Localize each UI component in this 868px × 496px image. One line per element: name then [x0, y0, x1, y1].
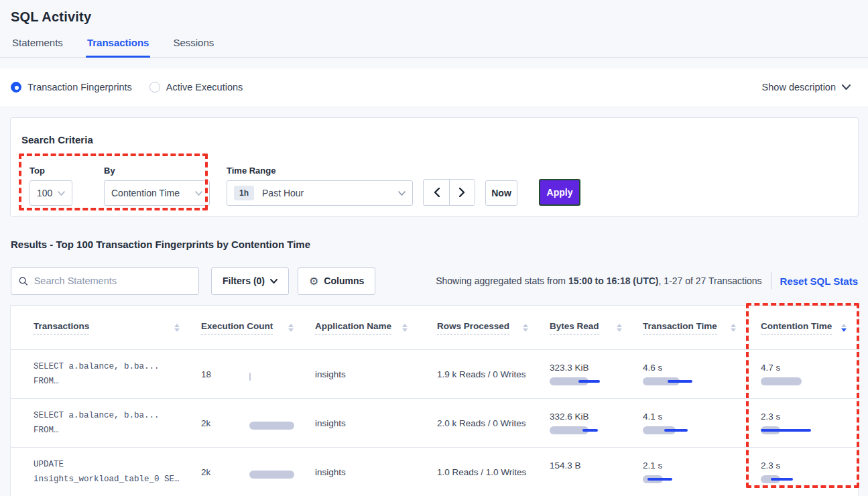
sort-icon[interactable] — [523, 324, 528, 332]
time-range-next-button[interactable] — [449, 180, 475, 205]
column-header-contention-time[interactable]: Contention Time — [748, 321, 859, 334]
bar-gray — [249, 471, 294, 479]
transaction-time-value: 4.6 s — [643, 363, 748, 373]
bar-line-blue — [761, 429, 811, 432]
tab-sessions[interactable]: Sessions — [172, 37, 215, 57]
apply-button[interactable]: Apply — [539, 179, 580, 206]
column-header-transaction-time[interactable]: Transaction Time — [634, 321, 748, 334]
execution-count-bar — [249, 422, 303, 430]
columns-button[interactable]: ⚙ Columns — [298, 267, 375, 295]
chevron-down-icon — [398, 191, 406, 196]
tab-statements[interactable]: Statements — [11, 37, 64, 57]
bytes-read-bar — [550, 475, 603, 483]
sort-icon[interactable] — [174, 324, 180, 332]
tab-transactions[interactable]: Transactions — [86, 37, 151, 57]
page-title: SQL Activity — [0, 0, 868, 27]
statement-line2: FROM… — [34, 423, 192, 438]
execution-count-value: 2k — [201, 418, 249, 428]
table-controls-row: Filters (0) ⚙ Columns Showing aggregated… — [11, 267, 859, 295]
sort-icon[interactable] — [288, 324, 294, 332]
application-name-cell: insights — [306, 418, 420, 428]
table-row[interactable]: SELECT a.balance, b.ba...FROM…18insights… — [11, 349, 858, 398]
radio-label: Transaction Fingerprints — [27, 82, 132, 92]
bytes-read-cell: 332.6 KiB — [540, 412, 634, 434]
radio-active-executions[interactable]: Active Executions — [149, 82, 243, 92]
top-select-value: 100 — [37, 188, 52, 198]
by-label: By — [104, 166, 210, 176]
transaction-statement-link[interactable]: SELECT a.balance, b.ba...FROM… — [24, 408, 192, 438]
transaction-statement-link[interactable]: UPDATEinsights_workload_table_0 SE… — [24, 457, 192, 487]
column-header-transactions[interactable]: Transactions — [24, 321, 192, 334]
statement-line1: UPDATE — [34, 457, 192, 472]
search-statements-input[interactable] — [34, 275, 191, 286]
now-button[interactable]: Now — [485, 180, 517, 206]
column-header-label: Contention Time — [761, 321, 832, 334]
bar-line-blue — [668, 380, 692, 383]
transaction-time-bar — [643, 426, 696, 434]
reset-sql-stats-link[interactable]: Reset SQL Stats — [780, 275, 859, 287]
chevron-left-icon — [434, 188, 440, 197]
application-name-value: insights — [315, 369, 346, 379]
contention-time-cell: 2.3 s — [748, 460, 859, 483]
top-select[interactable]: 100 — [29, 180, 72, 206]
sort-icon[interactable] — [731, 324, 736, 332]
statement-line2: FROM… — [34, 374, 192, 389]
column-header-label: Bytes Read — [550, 321, 599, 334]
bytes-read-bar — [550, 426, 603, 434]
transaction-time-cell: 4.6 s — [634, 363, 748, 385]
transaction-statement-link[interactable]: SELECT a.balance, b.ba...FROM… — [24, 359, 192, 389]
time-range-badge: 1h — [234, 186, 254, 200]
column-header-bytes-read[interactable]: Bytes Read — [540, 321, 634, 334]
divider — [771, 272, 771, 290]
transaction-time-bar — [643, 475, 696, 483]
radio-transaction-fingerprints[interactable]: Transaction Fingerprints — [11, 82, 132, 92]
chevron-down-icon — [58, 191, 65, 196]
bar-gray — [761, 377, 802, 385]
time-range-nav — [423, 179, 475, 206]
chevron-down-icon — [270, 279, 277, 284]
column-header-application-name[interactable]: Application Name — [306, 321, 420, 334]
bar-line-blue — [578, 380, 600, 383]
sort-icon[interactable] — [841, 324, 847, 332]
sort-icon[interactable] — [617, 324, 622, 332]
execution-count-cell: 18 — [192, 368, 306, 381]
contention-time-bar — [761, 475, 814, 483]
rows-processed-value: 2.0 k Reads / 0 Writes — [437, 418, 526, 428]
top-label: Top — [29, 166, 72, 176]
table-row[interactable]: SELECT a.balance, b.ba...FROM…2kinsights… — [11, 398, 858, 447]
bytes-read-cell: 154.3 B — [540, 460, 634, 483]
search-criteria-heading: Search Criteria — [21, 134, 847, 145]
execution-count-bar — [249, 471, 303, 479]
time-range-prev-button[interactable] — [424, 180, 449, 205]
transactions-table: TransactionsExecution CountApplication N… — [10, 305, 859, 496]
filters-label: Filters (0) — [223, 275, 265, 286]
time-range-select[interactable]: 1h Past Hour — [227, 180, 413, 206]
rows-processed-value: 1.9 k Reads / 0 Writes — [437, 369, 526, 379]
gear-icon: ⚙ — [309, 275, 318, 288]
sort-icon[interactable] — [402, 324, 408, 332]
application-name-value: insights — [315, 418, 346, 428]
column-header-execution-count[interactable]: Execution Count — [192, 321, 306, 334]
table-row[interactable]: UPDATEinsights_workload_table_0 SE…2kins… — [11, 447, 858, 496]
search-icon — [19, 276, 28, 286]
aggregated-stats-text: Showing aggregated stats from 15:00 to 1… — [436, 275, 761, 286]
application-name-cell: insights — [306, 467, 420, 477]
filters-button[interactable]: Filters (0) — [211, 267, 289, 295]
bar-line-blue — [664, 429, 688, 432]
contention-time-value: 2.3 s — [761, 412, 859, 422]
chevron-down-icon — [842, 84, 851, 90]
rows-processed-value: 1.0 Reads / 1.0 Writes — [437, 467, 526, 477]
application-name-value: insights — [315, 467, 346, 477]
rows-processed-cell: 1.0 Reads / 1.0 Writes — [420, 467, 540, 477]
statement-line1: SELECT a.balance, b.ba... — [34, 359, 192, 374]
show-description-toggle[interactable]: Show description — [762, 82, 851, 92]
transaction-time-cell: 4.1 s — [634, 412, 748, 434]
column-header-rows-processed[interactable]: Rows Processed — [420, 321, 540, 334]
bar-gray — [249, 422, 294, 430]
tab-bar: StatementsTransactionsSessions — [0, 37, 868, 58]
by-select[interactable]: Contention Time — [104, 180, 210, 206]
execution-count-bar — [249, 373, 303, 381]
results-heading: Results - Top 100 Transaction Fingerprin… — [11, 239, 310, 250]
column-header-label: Rows Processed — [437, 321, 509, 334]
radio-label: Active Executions — [166, 82, 243, 92]
